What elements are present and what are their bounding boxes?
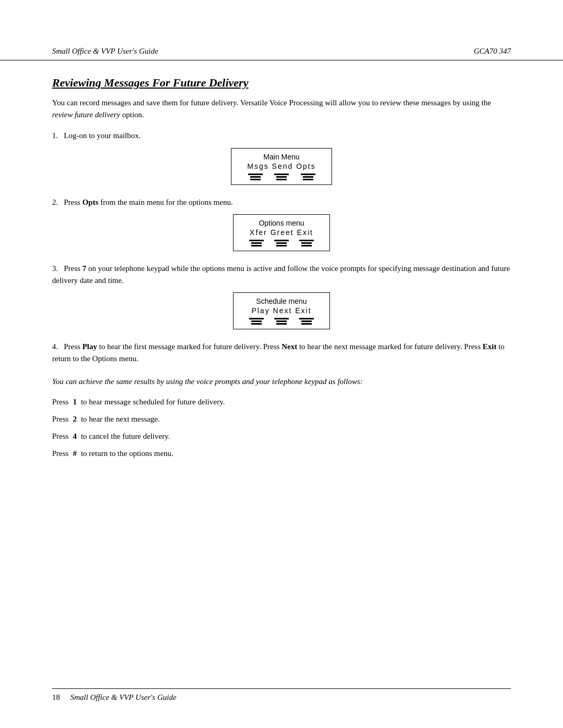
press-item-4: Press # to return to the options menu. — [52, 447, 511, 461]
btn-lines-2b — [274, 240, 289, 246]
btn-line-short — [301, 245, 312, 246]
btn-line-short — [251, 320, 262, 322]
press-label-2: Press — [52, 412, 69, 426]
step-4-mid2: to hear the next message marked for futu… — [297, 342, 483, 351]
btn-line-short — [301, 323, 312, 325]
press-label-1: Press — [52, 395, 69, 409]
step-3-text: 3. Press 7 on your telephone keypad whil… — [52, 263, 511, 286]
btn-line — [274, 240, 289, 241]
btn-line-short — [250, 176, 261, 178]
btn-line-short — [303, 176, 313, 178]
phone-button-3c — [299, 318, 314, 325]
display-2-title: Options menu — [249, 219, 314, 227]
buttons-row-1 — [247, 174, 316, 180]
intro-paragraph: You can record messages and save them fo… — [52, 97, 511, 120]
main-content: Reviewing Messages For Future Delivery Y… — [0, 60, 563, 485]
step-3-after: on your telephone keypad while the optio… — [52, 264, 510, 285]
btn-line-short — [276, 245, 287, 246]
step-4-mid1: to hear the first message marked for fut… — [97, 342, 282, 351]
step-4-text: 4. Press Play to hear the first message … — [52, 341, 511, 364]
btn-lines-1c — [301, 174, 315, 180]
header-guide-title: Small Office & VVP User's Guide — [52, 47, 158, 56]
btn-line — [301, 174, 315, 175]
btn-line-short — [276, 176, 287, 178]
page-footer: 18 Small Office & VVP User's Guide — [52, 688, 511, 702]
press-item-3: Press 4 to cancel the future delivery. — [52, 429, 511, 443]
buttons-row-3 — [249, 318, 314, 325]
diagram-3: Schedule menu Play Next Exit — [52, 292, 511, 329]
phone-button-2b — [274, 240, 289, 246]
phone-display-2: Options menu Xfer Greet Exit — [233, 214, 330, 251]
buttons-row-2 — [249, 240, 314, 246]
step-4-number: 4. — [52, 342, 62, 351]
diagram-2: Options menu Xfer Greet Exit — [52, 214, 511, 251]
diagram-1: Main Menu Msgs Send Opts — [52, 148, 511, 185]
step-1-number: 1. — [52, 131, 62, 140]
page: Small Office & VVP User's Guide GCA70 34… — [0, 0, 563, 728]
press-bold-2: 2 — [73, 412, 77, 426]
btn-line-short — [250, 179, 261, 180]
btn-lines-3c — [299, 318, 314, 325]
step-2-before: Press — [64, 198, 82, 206]
step-3: 3. Press 7 on your telephone keypad whil… — [52, 263, 511, 329]
intro-text-2: option. — [120, 110, 144, 119]
step-4: 4. Press Play to hear the first message … — [52, 341, 511, 364]
btn-lines-1b — [274, 174, 289, 180]
intro-text-1: You can record messages and save them fo… — [52, 98, 491, 107]
display-2-items: Xfer Greet Exit — [249, 228, 314, 237]
phone-button-3b — [274, 318, 289, 325]
press-bold-1: 1 — [73, 395, 77, 409]
header-doc-id: GCA70 347 — [474, 47, 511, 56]
step-2-after: from the main menu for the options menu. — [99, 198, 233, 206]
step-4-before: Press — [64, 342, 82, 351]
phone-display-1: Main Menu Msgs Send Opts — [231, 148, 332, 185]
phone-button-2a — [249, 240, 264, 246]
step-4-bold3: Exit — [483, 342, 497, 351]
press-item-1: Press 1 to hear message scheduled for fu… — [52, 395, 511, 409]
note-text: You can achieve the same results by usin… — [52, 377, 363, 386]
footer-page-number: 18 — [52, 693, 60, 702]
btn-line — [248, 174, 263, 175]
phone-button-3a — [249, 318, 264, 325]
btn-line-short — [301, 242, 312, 244]
btn-line — [249, 240, 264, 241]
btn-lines-1a — [248, 174, 263, 180]
step-1: 1. Log-on to your mailbox. Main Menu Msg… — [52, 130, 511, 185]
press-label-4: Press — [52, 447, 69, 461]
press-text-1: to hear message scheduled for future del… — [81, 395, 225, 409]
btn-line-short — [276, 179, 287, 180]
phone-button-2c — [299, 240, 314, 246]
step-2-text: 2. Press Opts from the main menu for the… — [52, 196, 511, 208]
btn-line — [299, 240, 314, 241]
btn-line-short — [276, 323, 287, 325]
btn-lines-2c — [299, 240, 314, 246]
phone-button-1c — [301, 174, 315, 180]
step-3-number: 3. — [52, 264, 62, 273]
btn-line-short — [276, 242, 287, 244]
btn-line — [249, 318, 264, 319]
btn-lines-3a — [249, 318, 264, 325]
step-1-text: 1. Log-on to your mailbox. — [52, 130, 511, 142]
press-list: Press 1 to hear message scheduled for fu… — [52, 395, 511, 461]
step-4-bold1: Play — [82, 342, 97, 351]
press-label-3: Press — [52, 429, 69, 443]
display-1-items: Msgs Send Opts — [247, 162, 316, 170]
press-text-3: to cancel the future delivery. — [81, 429, 170, 443]
btn-line-short — [251, 245, 262, 246]
btn-line — [274, 318, 289, 319]
phone-button-1b — [274, 174, 289, 180]
phone-display-3: Schedule menu Play Next Exit — [233, 292, 330, 329]
footer-guide-title: Small Office & VVP User's Guide — [70, 693, 176, 702]
display-1-title: Main Menu — [247, 153, 316, 161]
step-2: 2. Press Opts from the main menu for the… — [52, 196, 511, 252]
press-item-2: Press 2 to hear the next message. — [52, 412, 511, 426]
step-4-bold2: Next — [282, 342, 297, 351]
btn-line — [274, 174, 289, 175]
page-header: Small Office & VVP User's Guide GCA70 34… — [0, 0, 563, 60]
btn-line-short — [251, 242, 262, 244]
btn-lines-3b — [274, 318, 289, 325]
btn-lines-2a — [249, 240, 264, 246]
btn-line-short — [303, 179, 313, 180]
btn-line-short — [251, 323, 262, 325]
phone-button-1a — [248, 174, 263, 180]
